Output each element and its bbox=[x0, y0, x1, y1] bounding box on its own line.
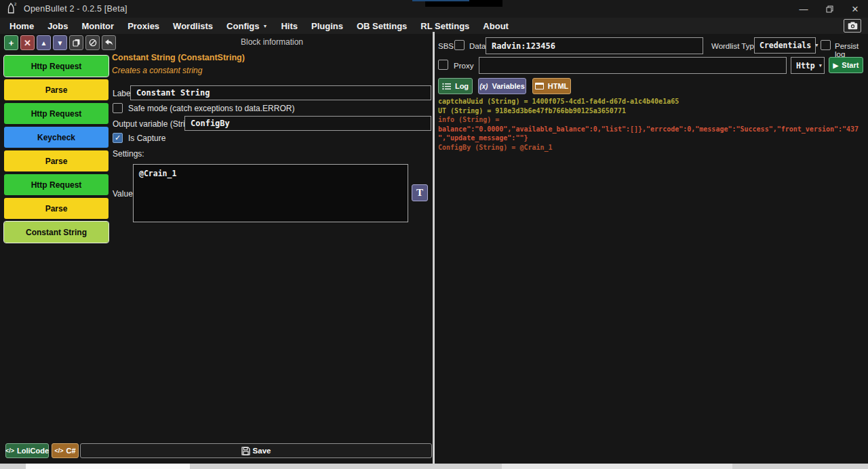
log-list-icon bbox=[442, 83, 451, 90]
code-icon: </> bbox=[54, 447, 63, 454]
camera-icon bbox=[848, 22, 858, 30]
chevron-down-icon: ▼ bbox=[57, 39, 64, 47]
block-http-request-5[interactable]: Http Request bbox=[4, 174, 108, 195]
block-parse-6[interactable]: Parse bbox=[4, 198, 108, 219]
stacker-toolbar: + ✕ ▲ ▼ bbox=[4, 35, 116, 50]
save-button[interactable]: Save bbox=[80, 443, 432, 458]
add-block-button[interactable]: + bbox=[4, 35, 18, 50]
restore-button[interactable] bbox=[816, 0, 842, 18]
data-label: Data bbox=[469, 42, 486, 50]
log-line: ","update_message":""} bbox=[438, 134, 865, 143]
variables-icon: (x) bbox=[479, 83, 488, 90]
proxy-type-value: Http bbox=[796, 61, 815, 70]
block-keycheck-3[interactable]: Keycheck bbox=[4, 127, 108, 148]
taskbar-strip bbox=[0, 464, 868, 469]
log-tab-button[interactable]: Log bbox=[438, 78, 473, 94]
proxy-type-select[interactable]: Http ▼ bbox=[791, 57, 825, 74]
code-icon: </> bbox=[5, 447, 14, 454]
menu-item-hits[interactable]: Hits bbox=[274, 18, 304, 34]
panel-title: Block information bbox=[112, 37, 432, 47]
play-icon: ▶ bbox=[833, 62, 839, 69]
block-constant-string-7[interactable]: Constant String bbox=[4, 222, 108, 243]
block-list: Http RequestParseHttp RequestKeycheckPar… bbox=[4, 56, 108, 245]
label-input[interactable] bbox=[130, 85, 431, 100]
settings-label: Settings: bbox=[113, 149, 144, 159]
ban-icon bbox=[89, 39, 97, 47]
app-logo-icon: 2 bbox=[6, 2, 17, 16]
block-parse-4[interactable]: Parse bbox=[4, 150, 108, 171]
persist-log-label: Persist log bbox=[835, 42, 868, 58]
block-http-request-2[interactable]: Http Request bbox=[4, 103, 108, 124]
proxy-input[interactable] bbox=[479, 57, 787, 74]
log-tab-label: Log bbox=[455, 82, 469, 90]
chevron-down-icon: ▼ bbox=[815, 43, 818, 48]
menu-item-monitor[interactable]: Monitor bbox=[75, 18, 121, 34]
block-parse-1[interactable]: Parse bbox=[4, 79, 108, 100]
taskbar-segment bbox=[26, 464, 190, 469]
menu-item-home[interactable]: Home bbox=[3, 18, 41, 34]
block-info-subtitle: Creates a constant string bbox=[112, 66, 202, 75]
menu-item-ob-settings[interactable]: OB Settings bbox=[350, 18, 414, 34]
safe-mode-label: Safe mode (catch exceptions to data.ERRO… bbox=[128, 104, 294, 113]
wordlist-type-value: Credentials bbox=[760, 41, 811, 50]
menu-item-wordlists[interactable]: Wordlists bbox=[166, 18, 220, 34]
svg-text:2: 2 bbox=[14, 2, 17, 6]
block-http-request-0[interactable]: Http Request bbox=[4, 56, 108, 77]
chevron-down-icon: ▼ bbox=[263, 24, 268, 28]
menu-item-proxies[interactable]: Proxies bbox=[121, 18, 166, 34]
csharp-label: C# bbox=[66, 447, 75, 455]
disable-block-button[interactable] bbox=[85, 35, 100, 50]
menu-item-rl-settings[interactable]: RL Settings bbox=[414, 18, 476, 34]
proxy-label: Proxy bbox=[454, 62, 473, 70]
wordlist-type-label: Wordlist Type bbox=[711, 42, 758, 50]
menu-item-plugins[interactable]: Plugins bbox=[304, 18, 350, 34]
start-label: Start bbox=[842, 61, 859, 69]
block-info-title: Constant String (ConstantString) bbox=[112, 53, 245, 62]
chevron-up-icon: ▲ bbox=[41, 39, 47, 47]
html-tab-label: HTML bbox=[548, 82, 569, 90]
menu-item-configs[interactable]: Configs▼ bbox=[220, 18, 274, 34]
log-line: captchaUuid (String) = 1400f075-4cd1-fa4… bbox=[438, 97, 865, 106]
variables-tab-button[interactable]: (x) Variables bbox=[478, 78, 526, 94]
sbs-label: SBS bbox=[438, 42, 454, 50]
persist-log-checkbox[interactable] bbox=[821, 40, 831, 50]
delete-block-button[interactable]: ✕ bbox=[20, 35, 35, 50]
menu-item-about[interactable]: About bbox=[476, 18, 515, 34]
openbullet-window: 2 OpenBullet 2 - 0.2.5 [Beta] — ✕ HomeJo… bbox=[0, 0, 868, 469]
move-block-down-button[interactable]: ▼ bbox=[53, 35, 67, 50]
is-capture-checkbox[interactable]: ✓ bbox=[113, 133, 123, 143]
log-output: captchaUuid (String) = 1400f075-4cd1-fa4… bbox=[438, 97, 865, 456]
floppy-icon bbox=[241, 447, 250, 455]
lolicode-tab-button[interactable]: </> LoliCode bbox=[5, 443, 49, 458]
save-label: Save bbox=[253, 447, 271, 455]
chevron-down-icon: ▼ bbox=[819, 63, 822, 68]
wordlist-type-select[interactable]: Credentials ▼ bbox=[754, 37, 816, 54]
browser-window-icon bbox=[535, 83, 544, 89]
minimize-button[interactable]: — bbox=[791, 0, 816, 18]
log-line: UT (String) = 918e3d3b6e47fb766bb90125a3… bbox=[438, 106, 865, 116]
taskbar-segment bbox=[502, 464, 732, 469]
output-variable-input[interactable] bbox=[184, 116, 431, 131]
text-mode-button[interactable]: T bbox=[412, 184, 428, 201]
safe-mode-checkbox[interactable] bbox=[113, 103, 123, 113]
proxy-checkbox[interactable] bbox=[438, 60, 448, 70]
log-line: info (String) = bbox=[438, 115, 865, 125]
move-block-up-button[interactable]: ▲ bbox=[37, 35, 51, 50]
close-button[interactable]: ✕ bbox=[842, 0, 868, 18]
clone-block-button[interactable] bbox=[69, 35, 83, 50]
log-line: ConfigBy (String) = @Crain_1 bbox=[438, 143, 865, 152]
log-line: balance":"0.0000","available_balance":0,… bbox=[438, 125, 865, 134]
plus-icon: + bbox=[9, 38, 14, 48]
overlay-artifact-edge bbox=[412, 0, 469, 1]
csharp-tab-button[interactable]: </> C# bbox=[52, 443, 79, 458]
x-icon: ✕ bbox=[24, 38, 31, 48]
variables-tab-label: Variables bbox=[492, 82, 524, 90]
data-input[interactable] bbox=[486, 37, 703, 54]
start-button[interactable]: ▶ Start bbox=[829, 57, 863, 73]
pane-splitter[interactable] bbox=[433, 32, 435, 464]
screenshot-button[interactable] bbox=[844, 19, 861, 33]
sbs-checkbox[interactable] bbox=[454, 40, 465, 50]
value-textarea[interactable]: @Crain_1 bbox=[133, 164, 408, 222]
menu-item-jobs[interactable]: Jobs bbox=[41, 18, 75, 34]
html-tab-button[interactable]: HTML bbox=[532, 78, 571, 94]
